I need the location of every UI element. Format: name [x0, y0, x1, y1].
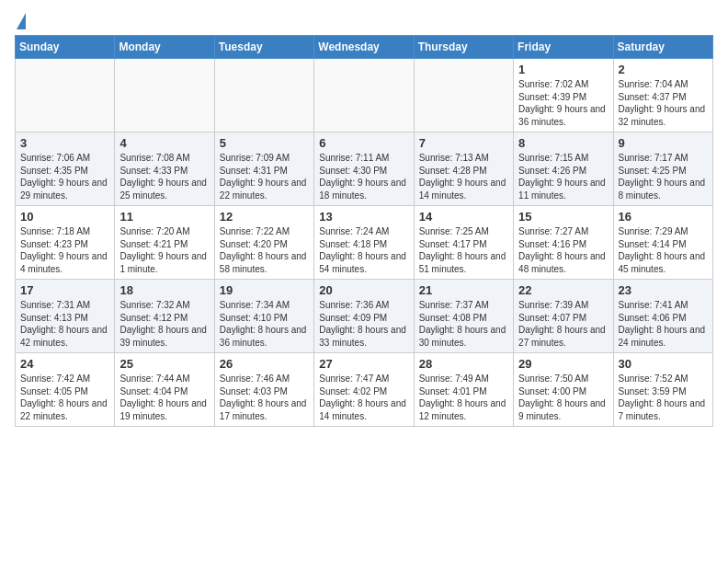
day-info: Sunrise: 7:34 AM Sunset: 4:10 PM Dayligh… — [220, 299, 309, 349]
day-number: 27 — [319, 357, 408, 371]
calendar-cell: 20Sunrise: 7:36 AM Sunset: 4:09 PM Dayli… — [314, 280, 414, 353]
day-number: 21 — [419, 283, 508, 297]
day-number: 5 — [220, 136, 309, 150]
calendar-cell: 2Sunrise: 7:04 AM Sunset: 4:37 PM Daylig… — [613, 59, 712, 132]
day-info: Sunrise: 7:32 AM Sunset: 4:12 PM Dayligh… — [119, 299, 209, 349]
day-of-week-header: Monday — [115, 36, 214, 59]
calendar-header-row: SundayMondayTuesdayWednesdayThursdayFrid… — [16, 36, 713, 59]
calendar-week-row: 17Sunrise: 7:31 AM Sunset: 4:13 PM Dayli… — [16, 280, 713, 353]
calendar-week-row: 24Sunrise: 7:42 AM Sunset: 4:05 PM Dayli… — [16, 353, 713, 427]
calendar-cell: 19Sunrise: 7:34 AM Sunset: 4:10 PM Dayli… — [214, 280, 313, 353]
day-info: Sunrise: 7:15 AM Sunset: 4:26 PM Dayligh… — [518, 152, 608, 201]
calendar-cell: 9Sunrise: 7:17 AM Sunset: 4:25 PM Daylig… — [613, 132, 712, 206]
day-info: Sunrise: 7:27 AM Sunset: 4:16 PM Dayligh… — [518, 225, 608, 275]
day-number: 16 — [619, 210, 708, 224]
day-number: 1 — [518, 63, 608, 76]
day-number: 13 — [319, 210, 408, 224]
day-number: 26 — [220, 357, 309, 371]
day-info: Sunrise: 7:29 AM Sunset: 4:14 PM Dayligh… — [619, 225, 708, 275]
day-number: 3 — [20, 136, 109, 150]
day-number: 28 — [419, 357, 508, 371]
calendar-cell: 27Sunrise: 7:47 AM Sunset: 4:02 PM Dayli… — [314, 353, 414, 427]
day-info: Sunrise: 7:52 AM Sunset: 3:59 PM Dayligh… — [619, 373, 708, 422]
calendar-cell: 8Sunrise: 7:15 AM Sunset: 4:26 PM Daylig… — [514, 132, 613, 206]
calendar-cell: 13Sunrise: 7:24 AM Sunset: 4:18 PM Dayli… — [314, 206, 414, 280]
calendar-cell — [115, 59, 214, 132]
calendar-week-row: 1Sunrise: 7:02 AM Sunset: 4:39 PM Daylig… — [16, 59, 713, 132]
day-info: Sunrise: 7:13 AM Sunset: 4:28 PM Dayligh… — [419, 152, 508, 201]
calendar-cell: 15Sunrise: 7:27 AM Sunset: 4:16 PM Dayli… — [514, 206, 613, 280]
day-of-week-header: Thursday — [414, 36, 513, 59]
day-info: Sunrise: 7:24 AM Sunset: 4:18 PM Dayligh… — [319, 225, 408, 275]
header — [15, 15, 713, 28]
calendar-cell: 29Sunrise: 7:50 AM Sunset: 4:00 PM Dayli… — [514, 353, 613, 427]
day-info: Sunrise: 7:09 AM Sunset: 4:31 PM Dayligh… — [220, 152, 309, 201]
day-info: Sunrise: 7:47 AM Sunset: 4:02 PM Dayligh… — [319, 373, 408, 422]
day-info: Sunrise: 7:02 AM Sunset: 4:39 PM Dayligh… — [518, 78, 608, 128]
calendar-cell — [16, 59, 115, 132]
day-number: 19 — [220, 283, 309, 297]
calendar-cell: 7Sunrise: 7:13 AM Sunset: 4:28 PM Daylig… — [414, 132, 513, 206]
day-number: 2 — [619, 63, 708, 76]
day-number: 15 — [518, 210, 608, 224]
day-number: 10 — [20, 210, 109, 224]
day-info: Sunrise: 7:18 AM Sunset: 4:23 PM Dayligh… — [20, 225, 109, 275]
day-info: Sunrise: 7:46 AM Sunset: 4:03 PM Dayligh… — [220, 373, 309, 422]
day-number: 6 — [319, 136, 408, 150]
day-of-week-header: Tuesday — [214, 36, 313, 59]
day-info: Sunrise: 7:41 AM Sunset: 4:06 PM Dayligh… — [619, 299, 708, 349]
day-of-week-header: Saturday — [613, 36, 712, 59]
day-number: 7 — [419, 136, 508, 150]
day-number: 23 — [619, 283, 708, 297]
day-of-week-header: Wednesday — [314, 36, 414, 59]
logo — [15, 15, 26, 28]
day-info: Sunrise: 7:39 AM Sunset: 4:07 PM Dayligh… — [518, 299, 608, 349]
day-number: 9 — [619, 136, 708, 150]
day-number: 14 — [419, 210, 508, 224]
day-info: Sunrise: 7:22 AM Sunset: 4:20 PM Dayligh… — [220, 225, 309, 275]
calendar-cell: 24Sunrise: 7:42 AM Sunset: 4:05 PM Dayli… — [16, 353, 115, 427]
calendar-table: SundayMondayTuesdayWednesdayThursdayFrid… — [15, 35, 713, 427]
calendar-week-row: 10Sunrise: 7:18 AM Sunset: 4:23 PM Dayli… — [16, 206, 713, 280]
calendar-cell: 6Sunrise: 7:11 AM Sunset: 4:30 PM Daylig… — [314, 132, 414, 206]
day-info: Sunrise: 7:44 AM Sunset: 4:04 PM Dayligh… — [119, 373, 209, 422]
day-number: 4 — [119, 136, 209, 150]
day-info: Sunrise: 7:25 AM Sunset: 4:17 PM Dayligh… — [419, 225, 508, 275]
calendar-cell: 17Sunrise: 7:31 AM Sunset: 4:13 PM Dayli… — [16, 280, 115, 353]
day-of-week-header: Friday — [514, 36, 613, 59]
day-info: Sunrise: 7:42 AM Sunset: 4:05 PM Dayligh… — [20, 373, 109, 422]
day-info: Sunrise: 7:17 AM Sunset: 4:25 PM Dayligh… — [619, 152, 708, 201]
calendar-cell: 23Sunrise: 7:41 AM Sunset: 4:06 PM Dayli… — [613, 280, 712, 353]
calendar-cell: 5Sunrise: 7:09 AM Sunset: 4:31 PM Daylig… — [214, 132, 313, 206]
day-number: 30 — [619, 357, 708, 371]
day-number: 24 — [20, 357, 109, 371]
day-info: Sunrise: 7:36 AM Sunset: 4:09 PM Dayligh… — [319, 299, 408, 349]
day-number: 20 — [319, 283, 408, 297]
day-number: 8 — [518, 136, 608, 150]
day-info: Sunrise: 7:49 AM Sunset: 4:01 PM Dayligh… — [419, 373, 508, 422]
day-number: 18 — [119, 283, 209, 297]
logo-triangle-icon — [17, 13, 26, 29]
calendar-cell — [314, 59, 414, 132]
calendar-cell: 3Sunrise: 7:06 AM Sunset: 4:35 PM Daylig… — [16, 132, 115, 206]
calendar-cell: 28Sunrise: 7:49 AM Sunset: 4:01 PM Dayli… — [414, 353, 513, 427]
day-number: 17 — [20, 283, 109, 297]
day-number: 25 — [119, 357, 209, 371]
calendar-cell: 16Sunrise: 7:29 AM Sunset: 4:14 PM Dayli… — [613, 206, 712, 280]
calendar-cell: 25Sunrise: 7:44 AM Sunset: 4:04 PM Dayli… — [115, 353, 214, 427]
day-info: Sunrise: 7:20 AM Sunset: 4:21 PM Dayligh… — [119, 225, 209, 275]
calendar-cell: 30Sunrise: 7:52 AM Sunset: 3:59 PM Dayli… — [613, 353, 712, 427]
calendar-cell: 18Sunrise: 7:32 AM Sunset: 4:12 PM Dayli… — [115, 280, 214, 353]
day-number: 29 — [518, 357, 608, 371]
calendar-cell: 26Sunrise: 7:46 AM Sunset: 4:03 PM Dayli… — [214, 353, 313, 427]
calendar-cell: 4Sunrise: 7:08 AM Sunset: 4:33 PM Daylig… — [115, 132, 214, 206]
day-info: Sunrise: 7:08 AM Sunset: 4:33 PM Dayligh… — [119, 152, 209, 201]
calendar-cell: 14Sunrise: 7:25 AM Sunset: 4:17 PM Dayli… — [414, 206, 513, 280]
day-info: Sunrise: 7:06 AM Sunset: 4:35 PM Dayligh… — [20, 152, 109, 201]
calendar-cell: 22Sunrise: 7:39 AM Sunset: 4:07 PM Dayli… — [514, 280, 613, 353]
calendar-cell: 12Sunrise: 7:22 AM Sunset: 4:20 PM Dayli… — [214, 206, 313, 280]
day-info: Sunrise: 7:50 AM Sunset: 4:00 PM Dayligh… — [518, 373, 608, 422]
calendar-cell: 21Sunrise: 7:37 AM Sunset: 4:08 PM Dayli… — [414, 280, 513, 353]
calendar-body: 1Sunrise: 7:02 AM Sunset: 4:39 PM Daylig… — [16, 59, 713, 427]
day-number: 12 — [220, 210, 309, 224]
